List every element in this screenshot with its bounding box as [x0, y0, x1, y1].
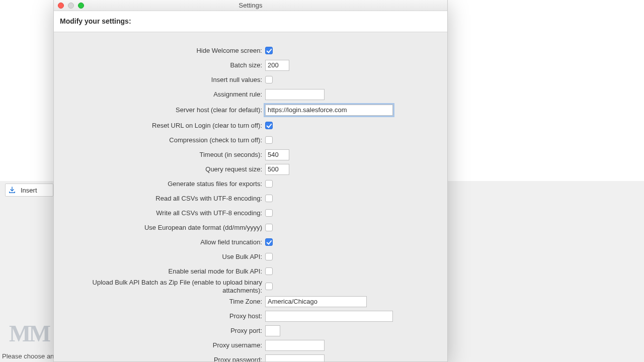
euro-date-checkbox[interactable] — [265, 224, 273, 231]
proxy-user-input[interactable] — [265, 340, 325, 351]
minimize-icon[interactable] — [68, 3, 74, 9]
query-size-label: Query request size: — [54, 165, 265, 173]
compression-checkbox[interactable] — [265, 136, 273, 144]
proxy-pass-input[interactable] — [265, 354, 325, 361]
use-bulk-checkbox[interactable] — [265, 253, 273, 260]
insert-button-label: Insert — [21, 187, 37, 194]
proxy-user-label: Proxy username: — [54, 341, 265, 349]
watermark-logo: MM — [9, 320, 49, 347]
serial-bulk-label: Enable serial mode for Bulk API: — [54, 267, 265, 276]
zoom-icon[interactable] — [78, 3, 84, 9]
settings-header: Modify your settings: — [54, 11, 447, 32]
read-utf8-label: Read all CSVs with UTF-8 encoding: — [54, 195, 265, 203]
use-bulk-label: Use Bulk API: — [54, 253, 265, 261]
proxy-host-input[interactable] — [265, 311, 393, 322]
time-zone-input[interactable] — [265, 296, 367, 307]
titlebar: Settings — [54, 0, 447, 11]
proxy-pass-label: Proxy password: — [54, 356, 265, 361]
gen-status-label: Generate status files for exports: — [54, 180, 265, 188]
server-host-input[interactable] — [265, 105, 393, 116]
assignment-rule-label: Assignment rule: — [54, 90, 265, 99]
window-title: Settings — [54, 2, 447, 9]
reset-url-checkbox[interactable] — [265, 122, 273, 129]
allow-trunc-checkbox[interactable] — [265, 238, 273, 246]
compression-label: Compression (check to turn off): — [54, 136, 265, 144]
assignment-rule-input[interactable] — [265, 89, 325, 100]
read-utf8-checkbox[interactable] — [265, 195, 273, 202]
proxy-port-input[interactable] — [265, 325, 280, 336]
zip-bulk-checkbox[interactable] — [265, 283, 273, 290]
gen-status-checkbox[interactable] — [265, 180, 273, 188]
insert-null-checkbox[interactable] — [265, 76, 273, 83]
write-utf8-checkbox[interactable] — [265, 209, 273, 217]
query-size-input[interactable] — [265, 164, 289, 175]
insert-button[interactable]: Insert — [5, 184, 53, 197]
allow-trunc-label: Allow field truncation: — [54, 238, 265, 246]
hide-welcome-label: Hide Welcome screen: — [54, 47, 265, 55]
server-host-label: Server host (clear for default): — [54, 106, 265, 114]
batch-size-input[interactable] — [265, 60, 289, 71]
timeout-label: Timeout (in seconds): — [54, 151, 265, 159]
settings-window: Settings Modify your settings: Hide Welc… — [53, 0, 448, 362]
serial-bulk-checkbox[interactable] — [265, 267, 273, 275]
time-zone-label: Time Zone: — [54, 298, 265, 306]
window-controls — [54, 3, 84, 9]
settings-form: Hide Welcome screen: Batch size: Insert … — [54, 32, 447, 361]
write-utf8-label: Write all CSVs with UTF-8 encoding: — [54, 209, 265, 217]
euro-date-label: Use European date format (dd/mm/yyyy) — [54, 224, 265, 232]
settings-scroll[interactable]: Modify your settings: Hide Welcome scree… — [54, 11, 447, 361]
proxy-port-label: Proxy port: — [54, 327, 265, 335]
timeout-input[interactable] — [265, 149, 289, 160]
proxy-host-label: Proxy host: — [54, 312, 265, 320]
hide-welcome-checkbox[interactable] — [265, 47, 273, 54]
reset-url-label: Reset URL on Login (clear to turn off): — [54, 122, 265, 130]
zip-bulk-label: Upload Bulk API Batch as Zip File (enabl… — [54, 279, 265, 294]
status-bar-text: Please choose an — [2, 352, 54, 360]
close-icon[interactable] — [58, 3, 64, 9]
download-icon — [9, 187, 16, 194]
insert-null-label: Insert null values: — [54, 76, 265, 84]
batch-size-label: Batch size: — [54, 61, 265, 69]
